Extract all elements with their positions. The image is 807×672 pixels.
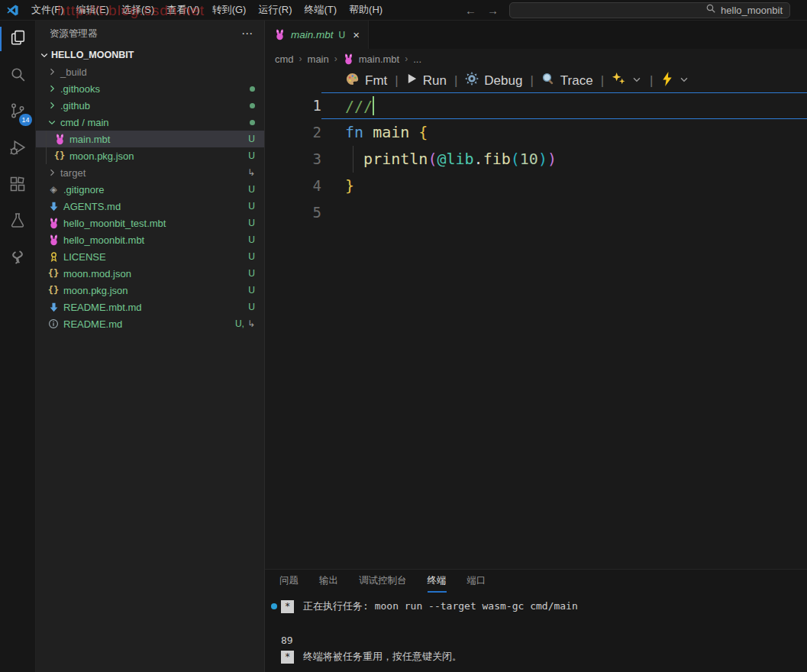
chevron-down-icon (47, 118, 56, 127)
vscode-window: 文件(F)编辑(E)选择(S)查看(V)转到(G)运行(R)终端(T)帮助(H)… (0, 0, 807, 672)
activity-item-moonbit[interactable] (0, 241, 36, 277)
tree-item-label: README.md (63, 318, 122, 330)
sidebar-title: 资源管理器 (50, 27, 98, 40)
terminal-line (281, 615, 807, 632)
code-token: ( (428, 150, 437, 168)
explorer-icon (8, 28, 27, 50)
more-actions-icon[interactable]: ⋯ (241, 27, 253, 40)
menu-item[interactable]: 查看(V) (160, 1, 205, 19)
code-token: ) (538, 150, 547, 168)
activity-item-explorer[interactable] (0, 21, 36, 57)
rabbit-icon (53, 134, 66, 145)
activity-item-search[interactable] (0, 57, 36, 94)
activity-item-testing[interactable] (0, 204, 36, 241)
breadcrumb-item[interactable]: cmd (275, 53, 294, 65)
search-icon (705, 3, 716, 17)
tree-item-badges: U (248, 268, 264, 279)
menu-item[interactable]: 文件(F) (25, 1, 70, 19)
chevron-right-icon (47, 168, 56, 177)
run-button[interactable]: Run (406, 73, 447, 89)
tree-item-lead: AGENTS.md (36, 201, 248, 212)
sparkles-button[interactable] (612, 72, 642, 90)
tree-item-label: .gitignore (63, 184, 104, 195)
code-editor[interactable]: 1///2fn main {3 println(@lib.fib(10))4}5 (265, 92, 807, 226)
arrow-down-icon (47, 302, 60, 312)
tree-item-label: LICENSE (63, 251, 106, 263)
text-cursor (373, 96, 374, 115)
terminal-output[interactable]: *正在执行任务: moon run --target wasm-gc cmd/m… (265, 593, 807, 665)
code-token: @lib (437, 150, 473, 168)
tree-item[interactable]: ◈.gitignoreU (36, 181, 264, 198)
project-root-label: HELLO_MOONBIT (51, 50, 134, 60)
command-center-search[interactable]: hello_moonbit (509, 2, 790, 18)
panel-tab[interactable]: 问题 (279, 570, 299, 593)
tree-item[interactable]: LICENSEU (36, 248, 264, 265)
debug-button[interactable]: Debug (465, 72, 522, 89)
extensions-icon (8, 175, 27, 196)
terminal-line: *正在执行任务: moon run --target wasm-gc cmd/m… (281, 598, 807, 615)
breadcrumb-label: main (308, 53, 329, 65)
breadcrumb-item[interactable]: main.mbt (343, 53, 399, 65)
menu-item[interactable]: 终端(T) (298, 1, 343, 19)
activity-item-extensions[interactable] (0, 167, 36, 204)
panel-tab[interactable]: 端口 (467, 570, 486, 593)
nav-forward-icon[interactable]: → (487, 5, 499, 16)
close-icon[interactable]: × (353, 28, 360, 41)
trace-button[interactable]: Trace (541, 72, 593, 89)
search-value: hello_moonbit (721, 5, 783, 16)
chevron-down-icon (679, 73, 689, 89)
tree-item[interactable]: {}moon.pkg.jsonU (36, 147, 264, 164)
menu-item[interactable]: 编辑(E) (70, 1, 115, 19)
project-root-row[interactable]: HELLO_MOONBIT (36, 47, 264, 63)
tree-item-lead: README.mbt.md (36, 302, 248, 313)
bolt-icon (661, 72, 673, 90)
braces-icon: {} (53, 150, 66, 161)
tree-item[interactable]: {}moon.mod.jsonU (36, 265, 264, 282)
tab-main-mbt[interactable]: main.mbt U × (265, 21, 369, 49)
tree-item-label: hello_moonbit_test.mbt (63, 218, 166, 229)
code-token (409, 123, 418, 141)
tree-item[interactable]: .githooks (36, 80, 264, 97)
activity-item-source-control[interactable]: 14 (0, 94, 36, 131)
tree-item[interactable]: .github (36, 97, 264, 114)
indent-guide (353, 146, 353, 173)
sparkles-icon (612, 72, 626, 90)
tree-item[interactable]: hello_moonbit_test.mbtU (36, 215, 264, 231)
bolt-button[interactable] (661, 72, 689, 90)
tree-item[interactable]: cmd / main (36, 114, 264, 131)
menu-item[interactable]: 转到(G) (206, 1, 253, 19)
title-bar: 文件(F)编辑(E)选择(S)查看(V)转到(G)运行(R)终端(T)帮助(H)… (0, 0, 807, 21)
panel-tab[interactable]: 输出 (319, 570, 338, 593)
breadcrumb-item[interactable]: main (308, 53, 329, 65)
activity-item-run-debug[interactable] (0, 131, 36, 167)
git-status-badge: U (248, 201, 255, 212)
testing-icon (8, 212, 27, 233)
menu-item[interactable]: 帮助(H) (343, 1, 389, 19)
tree-item[interactable]: AGENTS.mdU (36, 198, 264, 215)
tree-item-lead: hello_moonbit.mbt (36, 234, 248, 246)
tree-item-label: moon.mod.json (63, 268, 131, 279)
tree-item[interactable]: _build (36, 63, 264, 80)
panel-tab[interactable]: 调试控制台 (359, 570, 407, 593)
code-token: fib (483, 150, 511, 168)
panel-tab[interactable]: 终端 (428, 570, 447, 593)
tree-item[interactable]: main.mbtU (36, 131, 264, 147)
toolbar-button-label: Trace (560, 73, 593, 89)
menu-item[interactable]: 运行(R) (252, 1, 298, 19)
tree-item[interactable]: hello_moonbit.mbtU (36, 231, 264, 248)
tree-item[interactable]: README.mdU,↳ (36, 315, 264, 332)
code-line-content (321, 199, 807, 226)
tree-item[interactable]: README.mbt.mdU (36, 299, 264, 315)
fmt-button[interactable]: Fmt (345, 72, 387, 90)
nav-arrows: ← → (465, 5, 499, 16)
toolbar-button-label: Run (423, 73, 447, 89)
menu-bar: 文件(F)编辑(E)选择(S)查看(V)转到(G)运行(R)终端(T)帮助(H) (25, 1, 389, 19)
sidebar-header: 资源管理器 ⋯ (36, 21, 264, 47)
git-status-badge: U (248, 285, 255, 296)
breadcrumb-item[interactable]: ... (413, 53, 421, 65)
tree-item[interactable]: target↳ (36, 164, 264, 181)
nav-back-icon[interactable]: ← (465, 5, 476, 16)
tree-item-badges: U (248, 285, 264, 296)
menu-item[interactable]: 选择(S) (115, 1, 160, 19)
tree-item[interactable]: {}moon.pkg.jsonU (36, 282, 264, 299)
